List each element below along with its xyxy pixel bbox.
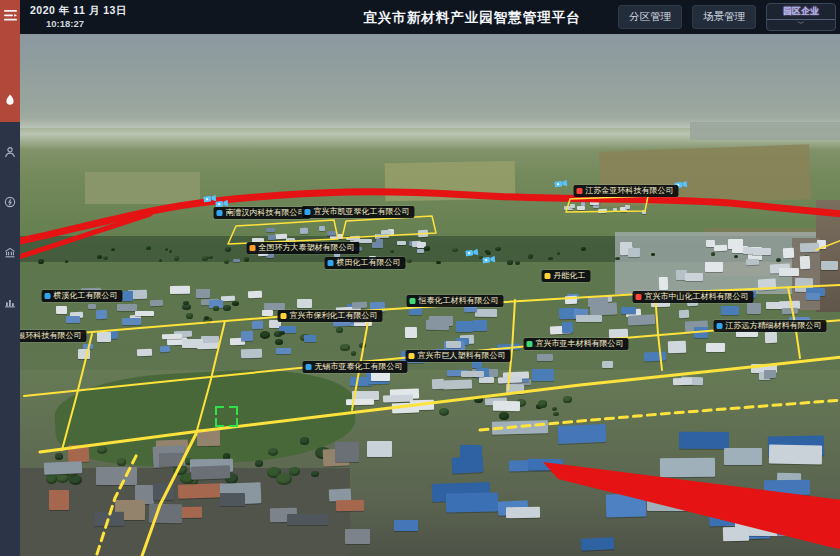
building xyxy=(233,259,240,262)
factory-icon[interactable] xyxy=(0,242,20,262)
building xyxy=(821,260,838,269)
building xyxy=(359,239,372,243)
building xyxy=(714,245,727,252)
tree xyxy=(279,331,285,335)
company-label[interactable]: 江苏远方精细材料有限公司 xyxy=(714,320,827,332)
company-label[interactable]: 宜兴市巨人塑料有限公司 xyxy=(406,350,511,362)
building xyxy=(659,277,668,290)
tree xyxy=(165,248,168,250)
company-label[interactable]: 宜兴市保利化工有限公司 xyxy=(278,310,383,322)
tree xyxy=(776,258,781,262)
company-label[interactable]: 全国环方大泰塑材有限公司 xyxy=(247,242,360,254)
building xyxy=(264,303,285,310)
building xyxy=(506,383,524,393)
building xyxy=(806,293,820,300)
header-bar: 2020 年 11 月 13日 10:18:27 宜兴市新材料产业园智慧管理平台… xyxy=(20,0,840,34)
tree xyxy=(232,301,238,306)
tree xyxy=(46,474,57,483)
tree xyxy=(97,446,107,454)
company-marker-icon xyxy=(45,293,51,299)
park-enterprise-dropdown[interactable]: 园区企业 ﹀ xyxy=(766,3,836,31)
building xyxy=(276,348,291,354)
building xyxy=(405,327,417,338)
tree xyxy=(311,471,319,477)
building xyxy=(442,379,472,389)
company-label[interactable]: 宜兴市亚丰材料有限公司 xyxy=(524,338,629,350)
building xyxy=(779,268,799,276)
tree xyxy=(275,339,283,345)
company-label[interactable]: 宜兴市凯亚翠化工有限公司 xyxy=(302,206,415,218)
building xyxy=(446,492,498,512)
tree xyxy=(223,305,231,311)
tree xyxy=(528,254,534,258)
company-label[interactable]: 无锡市亚泰化工有限公司 xyxy=(303,361,408,373)
camera-icon[interactable] xyxy=(464,243,479,263)
menu-icon[interactable] xyxy=(0,5,20,25)
building xyxy=(602,361,613,369)
zone-management-button[interactable]: 分区管理 xyxy=(618,5,682,29)
company-label-text: 横溪化工有限公司 xyxy=(54,292,118,300)
building xyxy=(137,348,153,356)
building xyxy=(799,243,819,253)
scene-management-button[interactable]: 场景管理 xyxy=(692,5,756,29)
building xyxy=(78,349,90,359)
building xyxy=(685,273,703,281)
building xyxy=(160,345,171,351)
building xyxy=(391,403,419,414)
building xyxy=(679,310,689,318)
building xyxy=(55,306,66,314)
building xyxy=(452,456,484,474)
flame-icon[interactable] xyxy=(0,90,20,110)
building xyxy=(598,208,607,212)
company-label-text: 宜兴市巨人塑料有限公司 xyxy=(418,352,506,360)
building xyxy=(475,309,498,318)
building xyxy=(706,343,725,353)
company-label[interactable]: 恒泰化工材料有限公司 xyxy=(407,295,504,307)
building xyxy=(191,465,230,480)
company-label-text: 宜兴市中山化工材料有限公司 xyxy=(645,293,749,301)
company-marker-icon xyxy=(217,210,223,216)
building xyxy=(397,241,406,245)
company-marker-icon xyxy=(328,260,334,266)
company-label-text: 恒泰化工材料有限公司 xyxy=(419,297,499,305)
building xyxy=(668,340,686,353)
building xyxy=(394,520,418,532)
tree xyxy=(202,256,208,261)
bar-chart-icon[interactable] xyxy=(0,292,20,312)
company-label[interactable]: 南漕汉内科技有限公司 xyxy=(214,207,311,219)
building xyxy=(800,256,810,270)
building xyxy=(319,226,325,231)
company-label[interactable]: 横溪化工有限公司 xyxy=(42,290,123,302)
power-icon[interactable] xyxy=(0,192,20,212)
building xyxy=(691,486,734,497)
camera-icon[interactable] xyxy=(553,174,568,194)
company-marker-icon xyxy=(527,341,533,347)
building xyxy=(565,296,577,304)
building xyxy=(351,302,367,309)
building xyxy=(327,231,336,235)
camera-icon[interactable] xyxy=(481,250,496,270)
company-label-text: 无锡市亚泰化工有限公司 xyxy=(315,363,403,371)
company-label-text: 宜兴市保利化工有限公司 xyxy=(290,312,378,320)
building xyxy=(268,235,276,241)
building xyxy=(769,445,822,465)
building xyxy=(764,370,776,378)
chevron-down-icon: ﹀ xyxy=(797,20,805,28)
building xyxy=(783,248,794,258)
building xyxy=(577,205,585,209)
company-label[interactable]: 横田化工有限公司 xyxy=(325,257,406,269)
building xyxy=(95,467,136,485)
building xyxy=(122,318,140,325)
tree xyxy=(225,247,231,252)
company-label[interactable]: 江苏金亚环科技有限公司 xyxy=(574,185,679,197)
company-label[interactable]: 丹能化工 xyxy=(542,270,591,282)
building xyxy=(590,200,599,205)
tree xyxy=(407,259,412,263)
building xyxy=(96,310,107,320)
company-marker-icon xyxy=(250,245,256,251)
company-label[interactable]: 宜兴市中山化工材料有限公司 xyxy=(633,291,754,303)
map-3d-view[interactable]: 南漕汉内科技有限公司宜兴市凯亚翠化工有限公司全国环方大泰塑材有限公司横田化工有限… xyxy=(20,34,840,556)
company-label-text: 丹能化工 xyxy=(554,272,586,280)
user-icon[interactable] xyxy=(0,142,20,162)
company-label[interactable]: 江苏银环科技有限公司 xyxy=(20,330,87,342)
